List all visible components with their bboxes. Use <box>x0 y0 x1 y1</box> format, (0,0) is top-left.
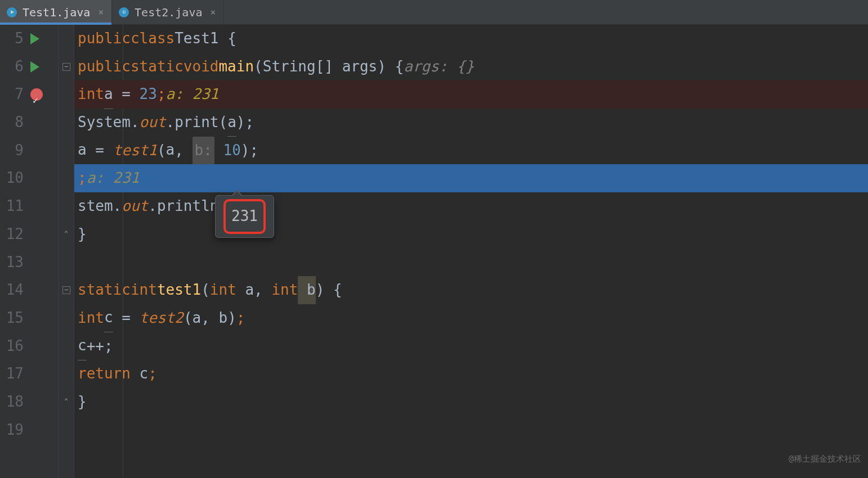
line-number: 6 <box>6 53 24 81</box>
code-line[interactable]: ; a: 231 <box>74 164 868 192</box>
code-line[interactable]: } <box>74 220 868 249</box>
run-icon[interactable] <box>30 61 39 73</box>
inline-debug-value: a: 231 <box>87 164 140 192</box>
ide-root: Test1.java × C Test2.java × 5 6 7 8 9 10… <box>0 0 868 478</box>
watermark: @稀土掘金技术社区 <box>789 445 861 474</box>
code-line[interactable]: stem.out.println(a); <box>74 192 868 220</box>
gutter[interactable]: 5 6 7 8 9 10 11 12 13 14 15 16 17 18 19 <box>0 25 59 478</box>
tab-test2[interactable]: C Test2.java × <box>112 0 224 24</box>
annotation-highlight: 231 <box>223 199 266 234</box>
code-line[interactable]: int c = test2(a, b); <box>74 304 868 332</box>
fold-end-icon[interactable]: ⌃ <box>62 231 70 238</box>
breakpoint-icon[interactable] <box>30 88 43 101</box>
line-number: 16 <box>6 332 24 360</box>
code-line[interactable]: int a = 23; a: 231 <box>74 80 868 109</box>
line-number: 14 <box>6 276 24 304</box>
fold-groove: − ⌃ − ⌃ <box>59 25 74 478</box>
java-file-icon <box>7 7 17 17</box>
code-line[interactable]: static int test1(int a, int b) { <box>74 276 868 304</box>
tab-label: Test1.java <box>23 6 90 19</box>
svg-text:C: C <box>122 10 126 15</box>
line-number: 19 <box>6 416 24 444</box>
fold-toggle-icon[interactable]: − <box>62 286 70 294</box>
line-number: 13 <box>6 249 24 277</box>
inline-debug-value: a: 231 <box>166 80 219 109</box>
code-line[interactable]: public static void main(String[] args) {… <box>74 53 868 81</box>
line-number: 17 <box>6 360 24 388</box>
close-icon[interactable]: × <box>98 7 104 17</box>
code-line[interactable]: } <box>74 388 868 416</box>
close-icon[interactable]: × <box>210 7 216 17</box>
line-number: 10 <box>6 164 24 192</box>
debug-value-tooltip: 231 <box>215 195 274 238</box>
editor-tabs: Test1.java × C Test2.java × <box>0 0 868 25</box>
fold-end-icon[interactable]: ⌃ <box>62 398 70 406</box>
code-line[interactable]: return c; <box>74 360 868 388</box>
line-number: 7 <box>6 80 24 109</box>
code-line[interactable] <box>74 416 868 444</box>
fold-toggle-icon[interactable]: − <box>62 63 70 71</box>
tooltip-value: 231 <box>231 208 258 224</box>
code-line[interactable]: c++; <box>74 332 868 360</box>
line-number: 15 <box>6 304 24 332</box>
code-editor[interactable]: 5 6 7 8 9 10 11 12 13 14 15 16 17 18 19 … <box>0 25 868 478</box>
line-number: 9 <box>6 137 24 165</box>
tab-label: Test2.java <box>135 6 202 19</box>
line-number: 5 <box>6 25 24 53</box>
line-number: 8 <box>6 109 24 137</box>
java-file-icon: C <box>119 7 129 17</box>
code-line[interactable]: a = test1(a, b: 10); <box>74 137 868 165</box>
code-line[interactable]: System.out.print(a); <box>74 109 868 137</box>
code-area[interactable]: public class Test1 { public static void … <box>74 25 868 478</box>
line-number: 18 <box>6 388 24 416</box>
tab-test1[interactable]: Test1.java × <box>0 0 112 24</box>
line-number: 11 <box>6 192 24 220</box>
line-number: 12 <box>6 220 24 249</box>
inlay-hint: b: <box>193 137 214 165</box>
inlay-hint: args: {} <box>404 53 474 81</box>
code-line[interactable]: public class Test1 { <box>74 25 868 53</box>
run-icon[interactable] <box>30 33 39 44</box>
code-line[interactable] <box>74 249 868 277</box>
